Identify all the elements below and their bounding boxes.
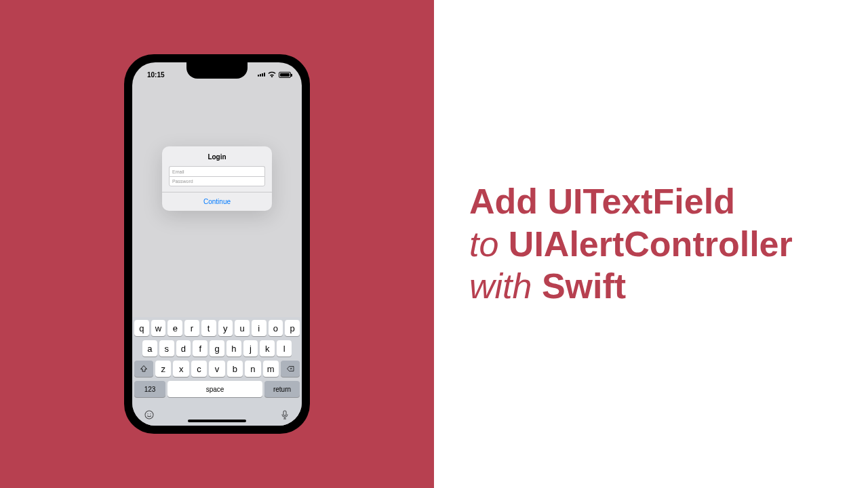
key-h[interactable]: h	[226, 340, 241, 357]
right-panel: Add UITextField to UIAlertController wit…	[434, 0, 868, 488]
left-panel: 10:15 Login Email Password Continue	[0, 0, 434, 488]
numeric-key[interactable]: 123	[134, 381, 165, 397]
key-d[interactable]: d	[176, 340, 191, 357]
svg-rect-3	[283, 411, 286, 415]
key-v[interactable]: v	[209, 361, 224, 377]
keyboard: q w e r t y u i o p a s d f g h	[132, 317, 302, 426]
key-l[interactable]: l	[277, 340, 292, 357]
headline: Add UITextField to UIAlertController wit…	[469, 180, 793, 307]
backspace-icon	[286, 365, 294, 373]
key-a[interactable]: a	[142, 340, 157, 357]
key-b[interactable]: b	[227, 361, 243, 377]
svg-point-2	[150, 413, 151, 414]
phone-notch	[186, 62, 248, 79]
key-s[interactable]: s	[159, 340, 174, 357]
key-y[interactable]: y	[218, 320, 233, 336]
mic-icon[interactable]	[279, 409, 290, 420]
key-i[interactable]: i	[252, 320, 267, 336]
status-right	[258, 71, 291, 78]
email-field[interactable]: Email	[169, 166, 265, 176]
key-q[interactable]: q	[134, 320, 149, 336]
emoji-icon[interactable]	[144, 409, 155, 420]
password-field[interactable]: Password	[169, 176, 265, 186]
key-o[interactable]: o	[269, 320, 283, 336]
key-m[interactable]: m	[263, 361, 279, 377]
space-key[interactable]: space	[167, 381, 262, 397]
key-e[interactable]: e	[167, 320, 182, 336]
phone-frame: 10:15 Login Email Password Continue	[124, 54, 310, 434]
wifi-icon	[268, 71, 276, 78]
key-k[interactable]: k	[260, 340, 275, 357]
key-t[interactable]: t	[201, 320, 216, 336]
backspace-key[interactable]	[281, 361, 300, 377]
headline-line2-bold: UIAlertController	[509, 224, 793, 264]
keyboard-row-3: z x c v b n m	[134, 361, 300, 377]
headline-line2-italic: to	[469, 224, 498, 264]
shift-key[interactable]	[134, 361, 153, 377]
key-c[interactable]: c	[191, 361, 207, 377]
svg-point-1	[147, 413, 148, 414]
svg-point-0	[145, 411, 153, 419]
key-r[interactable]: r	[184, 320, 199, 336]
keyboard-footer	[134, 401, 300, 422]
login-alert: Login Email Password Continue	[162, 146, 272, 211]
headline-line1: Add UITextField	[469, 182, 735, 221]
key-w[interactable]: w	[151, 320, 166, 336]
keyboard-row-2: a s d f g h j k l	[134, 340, 300, 357]
content-area: Login Email Password Continue	[132, 83, 302, 317]
return-key[interactable]: return	[264, 381, 300, 397]
keyboard-row-bottom: 123 space return	[134, 381, 300, 397]
keyboard-row-1: q w e r t y u i o p	[134, 320, 300, 336]
battery-icon	[279, 72, 291, 78]
signal-icon	[258, 73, 265, 77]
headline-line3-bold: Swift	[542, 266, 626, 306]
key-n[interactable]: n	[245, 361, 260, 377]
key-g[interactable]: g	[210, 340, 224, 357]
status-time: 10:15	[147, 71, 165, 79]
shift-icon	[140, 365, 148, 373]
key-f[interactable]: f	[193, 340, 208, 357]
key-x[interactable]: x	[173, 361, 189, 377]
phone-screen: 10:15 Login Email Password Continue	[132, 62, 302, 426]
key-j[interactable]: j	[243, 340, 258, 357]
key-z[interactable]: z	[155, 361, 171, 377]
alert-fields: Email Password	[162, 166, 272, 192]
key-p[interactable]: p	[285, 320, 300, 336]
home-indicator[interactable]	[188, 420, 246, 422]
continue-button[interactable]: Continue	[162, 192, 272, 211]
alert-title: Login	[162, 146, 272, 166]
headline-line3-italic: with	[469, 266, 532, 306]
key-u[interactable]: u	[235, 320, 250, 336]
